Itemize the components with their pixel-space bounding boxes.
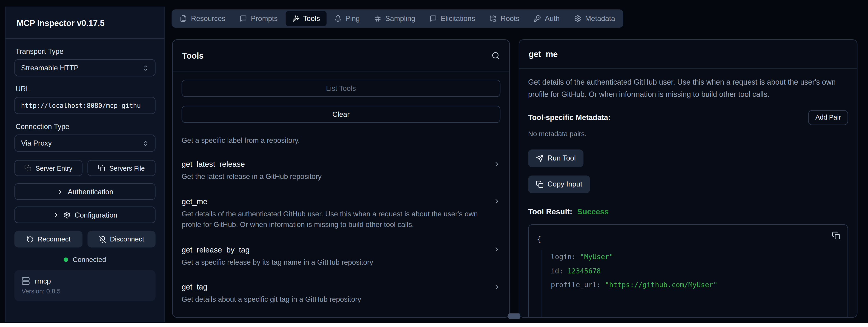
- send-icon: [536, 154, 544, 162]
- connection-status-label: Connected: [73, 256, 106, 264]
- tool-list-item[interactable]: get_release_by_tagGet a specific release…: [182, 245, 501, 267]
- result-json-line: id: 12345678: [551, 264, 839, 278]
- url-field-wrap: [14, 97, 156, 114]
- tab-label: Ping: [345, 14, 360, 23]
- tool-result-status: Success: [577, 207, 609, 216]
- chevrons-up-down-icon: [142, 64, 149, 71]
- tab-resources[interactable]: Resources: [174, 11, 232, 26]
- tab-label: Roots: [501, 14, 520, 23]
- server-version: Version: 0.8.5: [22, 288, 148, 295]
- server-entry-button[interactable]: Server Entry: [14, 160, 83, 176]
- tool-result-row: Tool Result: Success: [528, 207, 848, 216]
- disconnect-button[interactable]: Disconnect: [87, 231, 155, 247]
- panel-resize-handle[interactable]: [508, 314, 520, 319]
- server-name: rmcp: [35, 277, 51, 285]
- tool-list-item[interactable]: get_meGet details of the authenticated G…: [182, 197, 501, 230]
- run-tool-label: Run Tool: [548, 154, 576, 162]
- tab-label: Elicitations: [441, 14, 475, 23]
- result-json-lines: login: "MyUser"id: 12345678profile_url: …: [541, 250, 839, 318]
- list-tools-button[interactable]: List Tools: [182, 80, 501, 97]
- search-icon[interactable]: [492, 51, 500, 60]
- copy-result-icon[interactable]: [832, 231, 840, 240]
- tool-list-item[interactable]: get_tagGet details about a specific git …: [182, 283, 501, 305]
- connected-dot: [64, 257, 68, 262]
- tool-name: get_me: [182, 197, 208, 206]
- key-round-icon: [534, 15, 541, 22]
- tool-list-item[interactable]: get_latest_releaseGet the latest release…: [182, 159, 501, 182]
- connection-type-label: Connection Type: [16, 122, 155, 130]
- tab-auth[interactable]: Auth: [527, 11, 566, 26]
- result-json-line: profile_url: "https://github.com/MyUser": [551, 278, 839, 292]
- selected-tool-description: Get details of the authenticated GitHub …: [528, 76, 848, 100]
- clear-button[interactable]: Clear: [182, 106, 501, 123]
- run-tool-button[interactable]: Run Tool: [528, 149, 584, 167]
- disconnect-label: Disconnect: [110, 235, 144, 243]
- page-scaler: MCP Inspector v0.17.5 Transport Type Str…: [0, 0, 868, 327]
- chevron-right-icon: [493, 198, 500, 205]
- sidebar-body: Transport Type Streamable HTTP URL Conne…: [5, 39, 164, 301]
- authentication-toggle[interactable]: Authentication: [14, 183, 156, 200]
- no-metadata-text: No metadata pairs.: [528, 130, 848, 138]
- tab-tools[interactable]: Tools: [285, 11, 327, 26]
- folder-tree-icon: [490, 15, 497, 22]
- connection-type-select[interactable]: Via Proxy: [14, 135, 156, 152]
- gear-icon: [63, 211, 70, 218]
- servers-file-button[interactable]: Servers File: [87, 160, 155, 176]
- tab-label: Tools: [303, 14, 320, 23]
- tab-label: Prompts: [251, 14, 278, 23]
- server-icon: [22, 277, 30, 285]
- tool-name: get_tag: [182, 283, 208, 292]
- mcp-inspector-app: MCP Inspector v0.17.5 Transport Type Str…: [0, 0, 868, 323]
- result-blank-space: [551, 292, 839, 318]
- tool-description: Get the latest release in a GitHub repos…: [182, 172, 501, 182]
- tool-description: Get details of the authenticated GitHub …: [182, 209, 501, 230]
- connection-type-value: Via Proxy: [21, 139, 52, 147]
- files-icon: [180, 15, 187, 22]
- server-info-card: rmcp Version: 0.8.5: [14, 270, 156, 301]
- tab-prompts[interactable]: Prompts: [233, 11, 284, 26]
- settings-icon: [574, 15, 581, 22]
- servers-file-label: Servers File: [109, 164, 145, 172]
- connection-status: Connected: [14, 256, 156, 264]
- tab-label: Auth: [545, 14, 560, 23]
- bell-off-icon: [99, 236, 106, 243]
- configuration-toggle[interactable]: Configuration: [14, 207, 156, 223]
- tool-description: Get details about a specific git tag in …: [182, 295, 501, 305]
- chevrons-up-down-icon: [142, 140, 149, 147]
- chevron-right-icon: [57, 188, 64, 195]
- rotate-ccw-icon: [26, 236, 34, 243]
- nav-tabbar: ResourcesPromptsToolsPingSamplingElicita…: [172, 9, 623, 28]
- bell-icon: [334, 15, 341, 22]
- reconnect-button[interactable]: Reconnect: [14, 231, 83, 247]
- tool-list: get_latest_releaseGet the latest release…: [182, 159, 501, 318]
- tab-roots[interactable]: Roots: [483, 11, 526, 26]
- tab-elicitations[interactable]: Elicitations: [423, 11, 482, 26]
- message-square-icon: [430, 15, 437, 22]
- server-entry-label: Server Entry: [35, 164, 72, 172]
- hash-icon: [374, 15, 381, 22]
- url-input[interactable]: [21, 102, 149, 110]
- tab-ping[interactable]: Ping: [328, 11, 367, 26]
- app-title: MCP Inspector v0.17.5: [5, 7, 164, 39]
- reconnect-label: Reconnect: [37, 235, 70, 243]
- tool-metadata-label: Tool-specific Metadata:: [528, 113, 611, 122]
- copy-icon: [24, 165, 31, 172]
- configuration-label: Configuration: [75, 211, 118, 219]
- tools-list-panel: Tools List Tools Clear Get a specific la…: [172, 39, 510, 318]
- tab-metadata[interactable]: Metadata: [567, 11, 622, 26]
- add-pair-button[interactable]: Add Pair: [808, 110, 848, 125]
- transport-type-label: Transport Type: [16, 47, 155, 55]
- tab-sampling[interactable]: Sampling: [367, 11, 422, 26]
- tab-label: Metadata: [585, 14, 615, 23]
- copy-input-button[interactable]: Copy Input: [528, 175, 590, 193]
- transport-type-value: Streamable HTTP: [21, 64, 79, 72]
- result-json-line: login: "MyUser": [551, 250, 839, 264]
- authentication-label: Authentication: [68, 187, 113, 196]
- copy-icon: [536, 180, 544, 188]
- hammer-icon: [292, 15, 299, 22]
- tool-name: get_release_by_tag: [182, 245, 250, 254]
- chevron-right-icon: [493, 283, 500, 291]
- copy-icon: [98, 165, 105, 172]
- tool-name: get_latest_release: [182, 159, 245, 168]
- transport-type-select[interactable]: Streamable HTTP: [14, 59, 156, 77]
